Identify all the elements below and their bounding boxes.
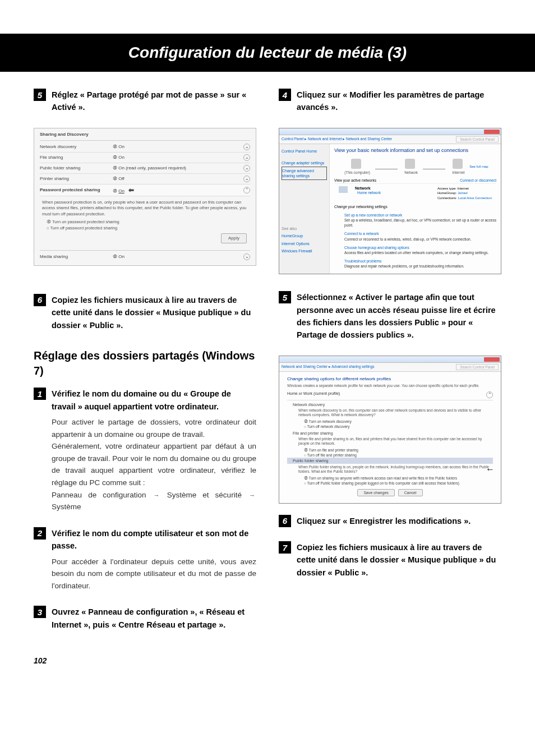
ss1-row-network-discovery: Network discovery ⦿ On ⌄ [40, 142, 250, 153]
ss3-fp-desc: When file and printer sharing is on, fil… [287, 436, 493, 448]
ss2-home-network[interactable]: Home network [355, 190, 381, 195]
ss3-nd-desc: When network discovery is on, this compu… [287, 407, 493, 419]
save-changes-button[interactable]: Save changes [357, 489, 394, 496]
ss2-change-networking: Change your networking settings [334, 202, 496, 211]
page-header: Configuration du lecteur de média (3) [0, 34, 535, 72]
ss3-fp-label: File and printer sharing [287, 429, 493, 436]
ss1-radio-off[interactable]: Turn off password protected sharing [50, 225, 117, 231]
ss2-internet-label: Internet [450, 170, 465, 175]
ss3-subtitle: Windows creates a separate network profi… [287, 384, 493, 388]
ss3-nd-off[interactable]: Turn off network discovery [307, 425, 350, 428]
right-column: 4 Cliquez sur « Modifier les paramètres … [279, 89, 501, 645]
sidebar-firewall[interactable]: Windows Firewall [282, 247, 327, 255]
arrow-left-icon: ⬅ [127, 186, 134, 194]
w7-step1-p2b: Panneau de configuration [52, 491, 146, 499]
connect-disconnect-link[interactable]: Connect or disconnect [460, 178, 496, 182]
ss3-nd-label: Network discovery [287, 400, 493, 407]
chevron-down-icon[interactable]: ⌄ [243, 165, 250, 172]
ss1-fs-label: File sharing [40, 155, 113, 160]
step-number-6: 6 [279, 515, 291, 527]
step-5-block: 5 Réglez « Partage protégé par mot de pa… [34, 89, 256, 114]
ss2-opt1-title[interactable]: Set up a new connection or network [344, 213, 402, 217]
ss2-homegroup-val[interactable]: Joined [458, 191, 468, 195]
ss2-opt3-title[interactable]: Choose homegroup and sharing options [344, 246, 409, 250]
w7-step1-p1: Pour activer le partage de dossiers, vot… [52, 416, 256, 440]
ss2-net-name: Network [355, 186, 381, 190]
cancel-button[interactable]: Cancel [398, 489, 423, 496]
ss1-pf-label: Public folder sharing [40, 165, 113, 170]
w7-step1-p2d: Système [52, 503, 81, 511]
ss3-pf-label: Public folder sharing [293, 459, 328, 463]
ss3-pf-on[interactable]: Turn on sharing so anyone with network a… [309, 476, 457, 480]
ss2-conn-val[interactable]: Local Area Connection [458, 196, 492, 200]
ss1-fs-value: On [118, 155, 124, 160]
r-step6-title: Cliquez sur « Enregistrer les modificati… [297, 515, 471, 527]
step-number-5: 5 [279, 291, 291, 303]
sidebar-inet-options[interactable]: Internet Options [282, 240, 327, 247]
sidebar-cp-home[interactable]: Control Panel Home [282, 147, 327, 155]
ss1-ms-value: On [118, 254, 124, 259]
step-number-4: 4 [279, 89, 291, 101]
chevron-down-icon[interactable]: ⌄ [243, 144, 250, 150]
ss1-ps-value: Off [118, 176, 124, 181]
search-input[interactable]: Search Control Panel [456, 136, 499, 142]
ss1-panel-title: Sharing and Discovery [40, 132, 250, 139]
ss3-breadcrumb[interactable]: Network and Sharing Center ▸ Advanced sh… [282, 365, 375, 369]
ss3-nd-on[interactable]: Turn on network discovery [309, 420, 352, 423]
window-titlebar [279, 356, 501, 363]
ss3-pf-off[interactable]: Turn off Public folder sharing (people l… [307, 481, 459, 485]
ss3-pf-desc: When Public folder sharing is on, people… [298, 465, 489, 473]
ss2-opt1-desc: Set up a wireless, broadband, dial-up, a… [344, 218, 496, 227]
search-input[interactable]: Search Control Panel [456, 364, 499, 370]
ss2-opt2-desc: Connect or reconnect to a wireless, wire… [344, 237, 472, 241]
ss1-radio-on[interactable]: Turn on password protected sharing [52, 219, 119, 224]
chevron-down-icon[interactable]: ⌄ [243, 176, 250, 182]
r-step4-title: Cliquez sur « Modifier les paramètres de… [297, 89, 501, 114]
ss1-pwd-label: Password protected sharing [40, 187, 113, 192]
page-number: 102 [0, 645, 535, 671]
chevron-down-icon[interactable]: ⌄ [243, 253, 250, 260]
arrow-right-icon: → [249, 492, 255, 499]
ss2-opt3-desc: Access files and printers located on oth… [344, 251, 488, 255]
ss1-row-file-sharing: File sharing ⦿ On ⌄ [40, 153, 250, 163]
internet-icon [453, 159, 463, 169]
r-step7-title: Copiez les fichiers musicaux à lire au t… [297, 541, 501, 579]
network-profile-icon [339, 186, 348, 193]
ss1-row-printer-sharing: Printer sharing ⦿ Off ⌄ [40, 174, 250, 185]
chevron-up-icon[interactable]: ⌃ [243, 187, 250, 193]
ss2-opt2-title[interactable]: Connect to a network [344, 232, 379, 236]
ss3-fp-on[interactable]: Turn on file and printer sharing [309, 448, 358, 452]
page-title: Configuration du lecteur de média (3) [0, 44, 535, 62]
network-icon [405, 159, 415, 169]
sidebar-advanced-sharing[interactable]: Change advanced sharing settings [282, 167, 327, 180]
ss2-opt4-title[interactable]: Troubleshoot problems [344, 259, 381, 263]
ss1-explain-text: When password protection is on, only peo… [42, 200, 246, 216]
step-5-title: Réglez « Partage protégé par mot de pass… [52, 89, 256, 114]
ss3-profile: Home or Work (current profile) [287, 391, 340, 398]
ss1-ms-label: Media sharing [40, 254, 113, 259]
see-full-map-link[interactable]: See full map [469, 165, 488, 168]
ss2-breadcrumb[interactable]: Control Panel ▸ Network and Internet ▸ N… [282, 137, 392, 141]
w7-step2-body: Pour accéder à l'ordinateur depuis cette… [52, 556, 256, 592]
ss1-row-media-sharing: Media sharing ⦿ On ⌄ [40, 252, 250, 262]
step-number-2: 2 [34, 527, 46, 540]
ss2-main: View your basic network information and … [330, 144, 501, 274]
window-titlebar [279, 128, 501, 135]
ss2-main-title: View your basic network information and … [334, 147, 496, 153]
ss2-access-type-val: Internet [458, 187, 469, 190]
apply-button[interactable]: Apply [221, 233, 247, 243]
sidebar-homegroup[interactable]: HomeGroup [282, 232, 327, 239]
r-step-7-block: 7 Copiez les fichiers musicaux à lire au… [279, 541, 501, 579]
chevron-down-icon[interactable]: ⌄ [243, 154, 250, 161]
ss2-homegroup-lbl: HomeGroup: [437, 191, 456, 195]
ss3-fp-off[interactable]: Turn off file and printer sharing [307, 453, 357, 457]
sidebar-adapter[interactable]: Change adapter settings [282, 159, 327, 167]
sidebar-seealso: See also [282, 225, 327, 232]
screenshot-advanced-sharing: Network and Sharing Center ▸ Advanced sh… [279, 356, 501, 504]
ss2-opt4-desc: Diagnose and repair network problems, or… [344, 264, 464, 268]
step-number-5: 5 [34, 89, 46, 101]
ss2-sidebar: Control Panel Home Change adapter settin… [279, 144, 330, 274]
ss1-nd-label: Network discovery [40, 144, 113, 149]
w7-step-3-block: 3 Ouvrez « Panneau de configuration », «… [34, 606, 256, 631]
chevron-up-icon[interactable]: ⌃ [486, 391, 493, 398]
